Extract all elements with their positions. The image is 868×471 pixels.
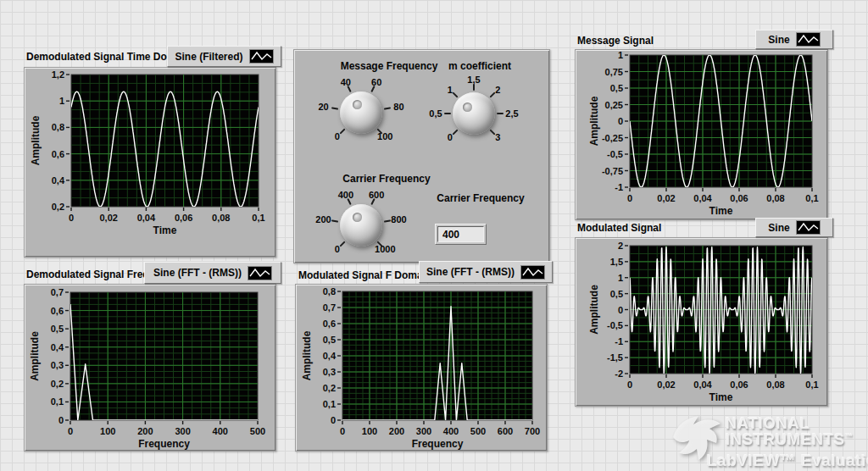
legend-label: Sine (FFT - (RMS)) [153,267,242,279]
ni-brand-line2: INSTRUMENTS™ [726,431,854,449]
waveform-graph: 00,020,040,060,080,1-2-1,5-1-0,500,511,5… [576,238,827,406]
waveform-line-icon [796,220,821,235]
legend-demodulated-frequency-domain[interactable]: Sine (FFT - (RMS)) [144,262,281,284]
legend-message-signal[interactable]: Sine [755,30,833,49]
svg-text:500: 500 [250,426,265,436]
svg-text:0,06: 0,06 [730,380,748,390]
knob-scale-label: 400 [338,190,353,200]
svg-text:0,1: 0,1 [805,380,818,390]
svg-text:0: 0 [331,415,336,425]
svg-text:0: 0 [69,213,74,223]
knob-tick [497,113,504,114]
knob-tick [384,220,391,223]
knob-scale-label: 20 [318,102,328,112]
svg-text:0: 0 [627,193,632,203]
svg-text:1,2: 1,2 [52,69,64,80]
knob-scale-label: 1,5 [467,75,480,85]
svg-text:100: 100 [100,426,115,436]
waveform-graph: 010020030040050000,10,20,30,40,50,60,7Fr… [25,285,275,451]
waveform-line-icon [248,266,272,280]
ni-product-line: LabVIEW™ Evaluation [707,452,868,470]
svg-text:400: 400 [213,426,228,436]
labview-front-panel: { "theme": { "window_bg": "#eaeaea", "pa… [0,0,868,471]
message-frequency-knob-ball[interactable] [340,91,382,134]
svg-text:-0,5: -0,5 [607,149,623,159]
chart-message-signal: 00,020,040,060,080,1-1-0,75-0,5-0,2500,2… [575,49,828,220]
legend-modulated-f-domain[interactable]: Sine (FFT - (RMS)) [419,261,553,283]
svg-text:0,4: 0,4 [323,351,337,361]
svg-text:0,3: 0,3 [323,367,336,377]
svg-text:0: 0 [618,116,623,126]
svg-text:1: 1 [618,50,623,60]
svg-text:1,5: 1,5 [610,257,623,267]
svg-text:0: 0 [68,426,73,436]
waveform-line-icon [796,32,821,47]
waveform-graph: 010020030040050060070000,10,20,30,40,50,… [296,285,547,451]
svg-text:0: 0 [627,380,632,390]
svg-text:0,08: 0,08 [212,213,230,223]
svg-text:0,4: 0,4 [52,175,65,186]
legend-demodulated-time-domain[interactable]: Sine (Filtered) [167,46,281,67]
knob-scale-label: 1 [448,85,453,95]
svg-text:1: 1 [59,96,64,106]
svg-text:0,02: 0,02 [657,380,675,390]
svg-text:0,8: 0,8 [52,122,64,132]
svg-text:0,1: 0,1 [323,399,336,409]
knob-scale-label: 40 [341,77,351,87]
svg-text:-1: -1 [615,336,623,346]
svg-text:200: 200 [389,426,404,436]
carrier-frequency-knob[interactable]: 02004006008001000 [289,173,433,278]
svg-text:Time: Time [709,205,733,217]
knob-scale-label: 3 [495,132,500,142]
m-coefficient-knob[interactable]: 00,511,522,53 [402,61,546,166]
waveform-line-icon [520,265,545,280]
svg-text:0,5: 0,5 [610,289,623,299]
carrier-frequency-numeric[interactable]: 400 [435,224,487,245]
legend-modulated-signal[interactable]: Sine [755,218,833,237]
knob-scale-label: 0 [335,131,340,141]
m-coefficient-knob-ball[interactable] [453,92,495,135]
carrier-frequency-knob-ball[interactable] [340,204,382,247]
control-panel: Message Frequency m coefficient Carrier … [293,49,550,263]
knob-scale-label: 0,5 [429,108,442,119]
svg-text:0: 0 [58,415,64,425]
svg-text:0: 0 [618,305,623,315]
svg-text:0,75: 0,75 [605,67,623,77]
knob-scale-label: 800 [391,214,406,224]
chart-demodulated-frequency-domain: 010020030040050000,10,20,30,40,50,60,7Fr… [24,284,276,452]
svg-text:0,5: 0,5 [610,83,623,93]
svg-text:0,1: 0,1 [805,193,818,203]
svg-text:Amplitude: Amplitude [30,115,42,165]
svg-text:Time: Time [709,391,733,403]
legend-label: Sine [768,34,789,46]
svg-text:-0,25: -0,25 [602,133,623,143]
svg-text:0,4: 0,4 [51,342,64,352]
svg-text:0,2: 0,2 [323,383,336,393]
carrier-frequency-value[interactable]: 400 [437,226,484,242]
waveform-graph: 00,020,040,060,080,1-1-0,75-0,5-0,2500,2… [576,50,827,219]
svg-text:600: 600 [498,426,513,436]
svg-text:-1: -1 [615,182,623,192]
legend-label: Sine (FFT - (RMS)) [426,266,515,278]
title-modulated-signal: Modulated Signal [577,222,661,234]
chart-demodulated-time-domain: 00,020,040,060,080,10,20,40,60,811,2Time… [24,67,276,258]
knob-tick [331,220,338,223]
svg-text:-0,5: -0,5 [607,320,623,330]
knob-scale-label: 2 [495,85,500,95]
svg-text:0: 0 [340,426,345,436]
title-modulated-f-domain: Modulated Signal F Domain [298,269,431,281]
svg-text:0,08: 0,08 [766,380,784,390]
svg-text:400: 400 [443,426,459,436]
knob-tick [473,84,475,91]
svg-text:1: 1 [618,273,623,283]
chart-modulated-f-domain: 010020030040050060070000,10,20,30,40,50,… [295,284,548,452]
svg-text:0,02: 0,02 [657,193,675,203]
svg-text:700: 700 [525,426,540,436]
svg-text:100: 100 [362,426,377,436]
knob-scale-label: 0 [335,244,340,254]
svg-text:0,7: 0,7 [323,302,336,313]
svg-text:0,6: 0,6 [52,149,64,159]
knob-tick [340,241,346,247]
svg-text:0,08: 0,08 [766,193,784,203]
svg-text:0,1: 0,1 [252,213,264,223]
